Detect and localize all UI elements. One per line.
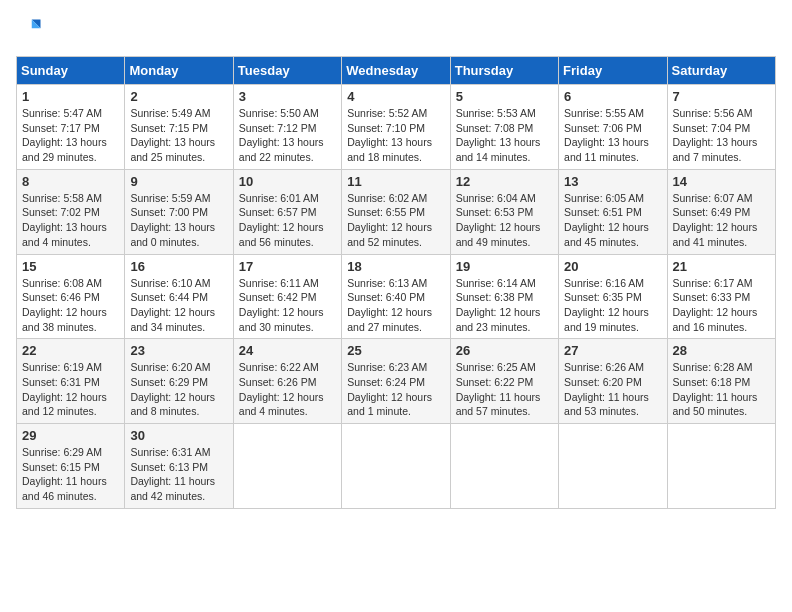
day-number: 25 [347,343,444,358]
day-number: 20 [564,259,661,274]
calendar-cell: 29 Sunrise: 6:29 AM Sunset: 6:15 PM Dayl… [17,424,125,509]
calendar-cell: 18 Sunrise: 6:13 AM Sunset: 6:40 PM Dayl… [342,254,450,339]
day-info: Sunrise: 6:26 AM Sunset: 6:20 PM Dayligh… [564,360,661,419]
day-info: Sunrise: 6:17 AM Sunset: 6:33 PM Dayligh… [673,276,770,335]
calendar-cell: 28 Sunrise: 6:28 AM Sunset: 6:18 PM Dayl… [667,339,775,424]
day-number: 26 [456,343,553,358]
calendar-cell: 5 Sunrise: 5:53 AM Sunset: 7:08 PM Dayli… [450,85,558,170]
calendar-cell: 7 Sunrise: 5:56 AM Sunset: 7:04 PM Dayli… [667,85,775,170]
calendar-cell: 3 Sunrise: 5:50 AM Sunset: 7:12 PM Dayli… [233,85,341,170]
day-number: 2 [130,89,227,104]
weekday-header-saturday: Saturday [667,57,775,85]
day-number: 28 [673,343,770,358]
calendar-cell: 10 Sunrise: 6:01 AM Sunset: 6:57 PM Dayl… [233,169,341,254]
day-info: Sunrise: 6:01 AM Sunset: 6:57 PM Dayligh… [239,191,336,250]
calendar-week-row: 29 Sunrise: 6:29 AM Sunset: 6:15 PM Dayl… [17,424,776,509]
day-number: 14 [673,174,770,189]
calendar-cell: 22 Sunrise: 6:19 AM Sunset: 6:31 PM Dayl… [17,339,125,424]
day-number: 18 [347,259,444,274]
calendar-cell: 21 Sunrise: 6:17 AM Sunset: 6:33 PM Dayl… [667,254,775,339]
day-info: Sunrise: 6:13 AM Sunset: 6:40 PM Dayligh… [347,276,444,335]
day-info: Sunrise: 5:56 AM Sunset: 7:04 PM Dayligh… [673,106,770,165]
calendar-cell [559,424,667,509]
day-number: 16 [130,259,227,274]
calendar-week-row: 15 Sunrise: 6:08 AM Sunset: 6:46 PM Dayl… [17,254,776,339]
day-info: Sunrise: 6:16 AM Sunset: 6:35 PM Dayligh… [564,276,661,335]
day-number: 15 [22,259,119,274]
calendar-week-row: 8 Sunrise: 5:58 AM Sunset: 7:02 PM Dayli… [17,169,776,254]
day-info: Sunrise: 5:52 AM Sunset: 7:10 PM Dayligh… [347,106,444,165]
day-info: Sunrise: 5:59 AM Sunset: 7:00 PM Dayligh… [130,191,227,250]
calendar-cell: 9 Sunrise: 5:59 AM Sunset: 7:00 PM Dayli… [125,169,233,254]
day-info: Sunrise: 6:25 AM Sunset: 6:22 PM Dayligh… [456,360,553,419]
day-number: 12 [456,174,553,189]
weekday-header-monday: Monday [125,57,233,85]
calendar-cell: 30 Sunrise: 6:31 AM Sunset: 6:13 PM Dayl… [125,424,233,509]
day-number: 13 [564,174,661,189]
day-info: Sunrise: 6:02 AM Sunset: 6:55 PM Dayligh… [347,191,444,250]
day-info: Sunrise: 6:29 AM Sunset: 6:15 PM Dayligh… [22,445,119,504]
day-info: Sunrise: 6:20 AM Sunset: 6:29 PM Dayligh… [130,360,227,419]
day-info: Sunrise: 6:11 AM Sunset: 6:42 PM Dayligh… [239,276,336,335]
calendar-cell: 23 Sunrise: 6:20 AM Sunset: 6:29 PM Dayl… [125,339,233,424]
day-number: 22 [22,343,119,358]
calendar-cell: 1 Sunrise: 5:47 AM Sunset: 7:17 PM Dayli… [17,85,125,170]
day-info: Sunrise: 5:49 AM Sunset: 7:15 PM Dayligh… [130,106,227,165]
day-number: 5 [456,89,553,104]
page-header [16,16,776,44]
calendar-cell: 2 Sunrise: 5:49 AM Sunset: 7:15 PM Dayli… [125,85,233,170]
weekday-header-friday: Friday [559,57,667,85]
day-info: Sunrise: 6:07 AM Sunset: 6:49 PM Dayligh… [673,191,770,250]
calendar-cell: 16 Sunrise: 6:10 AM Sunset: 6:44 PM Dayl… [125,254,233,339]
calendar-week-row: 22 Sunrise: 6:19 AM Sunset: 6:31 PM Dayl… [17,339,776,424]
calendar-cell [667,424,775,509]
calendar-cell: 17 Sunrise: 6:11 AM Sunset: 6:42 PM Dayl… [233,254,341,339]
day-info: Sunrise: 6:28 AM Sunset: 6:18 PM Dayligh… [673,360,770,419]
day-info: Sunrise: 5:50 AM Sunset: 7:12 PM Dayligh… [239,106,336,165]
day-number: 23 [130,343,227,358]
day-number: 27 [564,343,661,358]
calendar-cell [450,424,558,509]
calendar-cell [233,424,341,509]
logo-icon [16,16,44,44]
day-info: Sunrise: 6:22 AM Sunset: 6:26 PM Dayligh… [239,360,336,419]
logo [16,16,48,44]
day-info: Sunrise: 5:47 AM Sunset: 7:17 PM Dayligh… [22,106,119,165]
day-number: 24 [239,343,336,358]
calendar-cell: 24 Sunrise: 6:22 AM Sunset: 6:26 PM Dayl… [233,339,341,424]
weekday-header-sunday: Sunday [17,57,125,85]
calendar-cell [342,424,450,509]
day-info: Sunrise: 6:14 AM Sunset: 6:38 PM Dayligh… [456,276,553,335]
day-number: 3 [239,89,336,104]
day-info: Sunrise: 5:53 AM Sunset: 7:08 PM Dayligh… [456,106,553,165]
day-number: 1 [22,89,119,104]
day-info: Sunrise: 6:23 AM Sunset: 6:24 PM Dayligh… [347,360,444,419]
day-info: Sunrise: 6:19 AM Sunset: 6:31 PM Dayligh… [22,360,119,419]
day-number: 17 [239,259,336,274]
weekday-header-wednesday: Wednesday [342,57,450,85]
day-number: 29 [22,428,119,443]
calendar-cell: 19 Sunrise: 6:14 AM Sunset: 6:38 PM Dayl… [450,254,558,339]
day-info: Sunrise: 5:55 AM Sunset: 7:06 PM Dayligh… [564,106,661,165]
day-info: Sunrise: 6:05 AM Sunset: 6:51 PM Dayligh… [564,191,661,250]
calendar-week-row: 1 Sunrise: 5:47 AM Sunset: 7:17 PM Dayli… [17,85,776,170]
calendar-cell: 14 Sunrise: 6:07 AM Sunset: 6:49 PM Dayl… [667,169,775,254]
calendar-cell: 12 Sunrise: 6:04 AM Sunset: 6:53 PM Dayl… [450,169,558,254]
day-number: 19 [456,259,553,274]
day-number: 6 [564,89,661,104]
day-info: Sunrise: 6:08 AM Sunset: 6:46 PM Dayligh… [22,276,119,335]
calendar-cell: 26 Sunrise: 6:25 AM Sunset: 6:22 PM Dayl… [450,339,558,424]
day-number: 11 [347,174,444,189]
weekday-header-tuesday: Tuesday [233,57,341,85]
day-number: 10 [239,174,336,189]
day-info: Sunrise: 6:31 AM Sunset: 6:13 PM Dayligh… [130,445,227,504]
calendar-cell: 15 Sunrise: 6:08 AM Sunset: 6:46 PM Dayl… [17,254,125,339]
calendar-cell: 11 Sunrise: 6:02 AM Sunset: 6:55 PM Dayl… [342,169,450,254]
calendar-cell: 13 Sunrise: 6:05 AM Sunset: 6:51 PM Dayl… [559,169,667,254]
calendar-cell: 25 Sunrise: 6:23 AM Sunset: 6:24 PM Dayl… [342,339,450,424]
day-info: Sunrise: 6:10 AM Sunset: 6:44 PM Dayligh… [130,276,227,335]
day-info: Sunrise: 5:58 AM Sunset: 7:02 PM Dayligh… [22,191,119,250]
calendar-cell: 20 Sunrise: 6:16 AM Sunset: 6:35 PM Dayl… [559,254,667,339]
day-number: 9 [130,174,227,189]
calendar-cell: 6 Sunrise: 5:55 AM Sunset: 7:06 PM Dayli… [559,85,667,170]
